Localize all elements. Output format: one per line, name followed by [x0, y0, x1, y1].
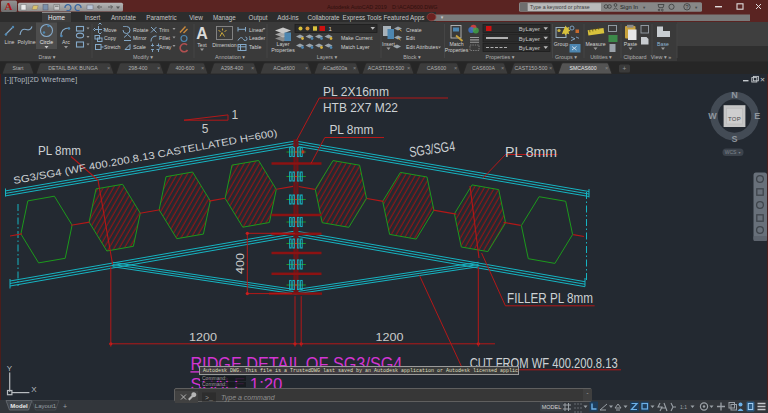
- svg-text:Paste: Paste: [624, 41, 637, 47]
- svg-text:+: +: [623, 65, 627, 72]
- svg-text:×: ×: [501, 65, 504, 71]
- svg-text:Dimension: Dimension: [212, 42, 237, 48]
- svg-text:Properties: Properties: [271, 47, 295, 53]
- svg-text:ACad600: ACad600: [273, 65, 295, 71]
- svg-text:Draw ▾: Draw ▾: [39, 54, 56, 60]
- svg-text:Parametric: Parametric: [146, 14, 176, 21]
- svg-text:Arc: Arc: [62, 39, 70, 45]
- svg-text:?: ?: [685, 4, 688, 10]
- svg-text:Insert: Insert: [382, 41, 396, 47]
- svg-text:Start: Start: [13, 65, 25, 71]
- svg-text:Edit Attributes: Edit Attributes: [406, 44, 438, 50]
- svg-text:Scale: Scale: [133, 44, 146, 50]
- svg-text:>_: >_: [205, 394, 213, 401]
- svg-text:CAS600A: CAS600A: [472, 65, 495, 71]
- svg-text:Manage: Manage: [213, 14, 236, 22]
- svg-text:Array: Array: [159, 44, 172, 50]
- svg-text:Leader: Leader: [249, 35, 265, 41]
- svg-text:Fillet: Fillet: [159, 35, 171, 41]
- svg-text:Base: Base: [657, 41, 669, 47]
- svg-text:View ▾ »: View ▾ »: [651, 54, 671, 60]
- svg-text:Group: Group: [554, 41, 569, 47]
- svg-text:×: ×: [157, 65, 160, 71]
- svg-text:Text: Text: [197, 42, 207, 48]
- svg-text:400-600: 400-600: [175, 65, 194, 71]
- svg-text:Block ▾: Block ▾: [403, 54, 421, 60]
- svg-text:ACad600a: ACad600a: [323, 65, 348, 71]
- svg-text:Line: Line: [5, 39, 15, 45]
- svg-text:Measure: Measure: [585, 41, 605, 47]
- svg-text:Autodesk AutoCAD 2019: Autodesk AutoCAD 2019: [327, 4, 387, 10]
- svg-text:Properties: Properties: [445, 47, 469, 53]
- svg-text:Create: Create: [406, 27, 422, 33]
- svg-text:Type a keyword or phrase: Type a keyword or phrase: [530, 4, 590, 10]
- svg-text:Properties ▾: Properties ▾: [486, 54, 515, 60]
- svg-text:×: ×: [407, 65, 410, 71]
- svg-text:Utilities ▾: Utilities ▾: [590, 54, 612, 60]
- svg-text:Stretch: Stretch: [104, 44, 121, 50]
- svg-text:A298-400: A298-400: [221, 65, 244, 71]
- svg-text:Edit: Edit: [406, 35, 415, 41]
- svg-text:×: ×: [107, 65, 110, 71]
- svg-text:×: ×: [605, 65, 608, 71]
- svg-text:Copy: Copy: [104, 35, 117, 41]
- svg-text:Output: Output: [249, 14, 268, 22]
- svg-text:×: ×: [305, 65, 308, 71]
- svg-text:Layers ▾: Layers ▾: [317, 54, 338, 60]
- svg-text:MODEL: MODEL: [542, 404, 562, 410]
- svg-text:A: A: [196, 25, 208, 42]
- svg-text:×: ×: [201, 65, 204, 71]
- svg-text:Modify ▾: Modify ▾: [133, 54, 153, 60]
- svg-text:ByLayer: ByLayer: [519, 26, 540, 32]
- svg-text:Sign In: Sign In: [620, 4, 638, 10]
- svg-text:Express Tools: Express Tools: [342, 14, 381, 22]
- svg-text:Trim: Trim: [159, 27, 169, 33]
- svg-text:Polyline: Polyline: [17, 39, 35, 45]
- svg-text:×: ×: [353, 65, 356, 71]
- svg-text:Add-ins: Add-ins: [277, 14, 298, 21]
- svg-text:Linear: Linear: [249, 27, 264, 33]
- svg-text:Annotation ▾: Annotation ▾: [215, 54, 245, 60]
- svg-text:+: +: [63, 403, 67, 410]
- svg-text:CAS600: CAS600: [427, 65, 446, 71]
- svg-text:CAST150-500: CAST150-500: [515, 65, 548, 71]
- svg-text:×: ×: [454, 65, 457, 71]
- svg-text:Rotate: Rotate: [133, 27, 148, 33]
- svg-text:ACAST150-500: ACAST150-500: [368, 65, 404, 71]
- svg-text:ByLayer: ByLayer: [519, 45, 540, 51]
- svg-text:Match Layer: Match Layer: [341, 44, 370, 50]
- svg-text:1:1: 1:1: [680, 404, 687, 410]
- svg-text:Mirror: Mirror: [133, 35, 147, 41]
- svg-text:Groups ▾: Groups ▾: [555, 54, 577, 60]
- svg-text:Table: Table: [249, 44, 262, 50]
- svg-text:×: ×: [251, 65, 254, 71]
- svg-text:Featured Apps: Featured Apps: [384, 14, 425, 22]
- svg-text:Clipboard: Clipboard: [623, 54, 646, 60]
- svg-text:Make Current: Make Current: [341, 35, 373, 41]
- svg-text:Circle: Circle: [40, 39, 53, 45]
- svg-text:Model: Model: [10, 403, 28, 409]
- svg-text:Insert: Insert: [85, 14, 101, 21]
- svg-text:DETAIL BAK BUNGA: DETAIL BAK BUNGA: [48, 65, 98, 71]
- svg-text:Home: Home: [48, 14, 65, 21]
- svg-text:Layout1: Layout1: [35, 403, 57, 409]
- svg-text:Collaborate: Collaborate: [307, 14, 340, 21]
- svg-text:ByLayer: ByLayer: [519, 36, 540, 42]
- svg-text:Type a command: Type a command: [221, 394, 276, 402]
- svg-text:A: A: [5, 0, 13, 12]
- svg-text:298-400: 298-400: [128, 65, 147, 71]
- svg-text:View: View: [189, 14, 203, 21]
- svg-text:×: ×: [549, 65, 552, 71]
- svg-text:SMCAS600: SMCAS600: [569, 65, 596, 71]
- svg-text:D:\ACAD600.DWG: D:\ACAD600.DWG: [392, 4, 438, 10]
- svg-text:Move: Move: [104, 27, 117, 33]
- svg-text:Annotate: Annotate: [111, 14, 137, 21]
